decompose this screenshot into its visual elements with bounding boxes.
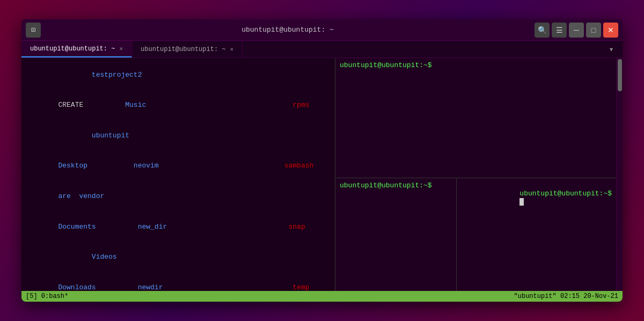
terminal-line-4: Desktop neovim sambash — [25, 151, 332, 182]
term-text: snap — [289, 223, 305, 231]
term-text: temp — [292, 283, 309, 291]
term-text — [167, 223, 288, 231]
right-pane-wrapper: ubuntupit@ubuntupit:~$ ubuntupit@ubuntup… — [335, 58, 623, 291]
tab-1[interactable]: ubuntupit@ubuntupit: ~ ✕ — [21, 41, 132, 57]
tab-1-label: ubuntupit@ubuntupit: ~ — [30, 45, 115, 53]
terminal-app-icon: ⊡ — [26, 23, 41, 38]
terminal-line-1: testproject2 — [25, 60, 332, 91]
term-text: Videos — [58, 253, 116, 261]
terminal-line-5: are vendor — [25, 181, 332, 212]
right-mid-prompt: ubuntupit@ubuntupit:~$ — [340, 181, 452, 189]
term-text — [146, 101, 292, 109]
term-text: are vendor — [58, 192, 104, 200]
term-text: Music — [125, 101, 146, 109]
close-button[interactable]: ✕ — [603, 23, 618, 38]
term-text: sambash — [284, 162, 314, 170]
term-text: testproject2 — [58, 71, 142, 79]
terminal-line-6: Documents new_dir snap — [25, 212, 332, 243]
right-panes: ubuntupit@ubuntupit:~$ ubuntupit@ubuntup… — [335, 58, 616, 291]
tab-2[interactable]: ubuntupit@ubuntupit: ~ ✕ — [132, 41, 243, 57]
right-bottom-prompt: ubuntupit@ubuntupit:~$ — [461, 181, 612, 214]
term-text: new_dir — [138, 223, 167, 231]
term-text: CREATE — [58, 101, 125, 109]
left-terminal-pane[interactable]: testproject2 CREATE Music rpms ubuntupit… — [21, 58, 335, 291]
status-left: [5] 0:bash* — [26, 293, 68, 300]
term-text — [159, 162, 284, 170]
main-content: testproject2 CREATE Music rpms ubuntupit… — [21, 58, 623, 291]
term-text — [96, 283, 138, 291]
right-bottom-left-pane[interactable]: ubuntupit@ubuntupit:~$ — [335, 178, 457, 291]
scrollbar-thumb[interactable] — [618, 59, 622, 91]
terminal-line-2: CREATE Music rpms — [25, 91, 332, 121]
search-button[interactable]: 🔍 — [535, 23, 550, 38]
term-text — [87, 162, 134, 170]
terminal-cursor — [519, 198, 524, 206]
right-bottom-area: ubuntupit@ubuntupit:~$ ubuntupit@ubuntup… — [335, 178, 616, 291]
tab-dropdown-button[interactable]: ▾ — [604, 44, 618, 55]
term-text — [96, 223, 138, 231]
menu-button[interactable]: ☰ — [552, 23, 567, 38]
right-bottom-right-pane[interactable]: ubuntupit@ubuntupit:~$ — [457, 178, 616, 291]
scrollbar[interactable] — [616, 58, 623, 291]
tab-2-label: ubuntupit@ubuntupit: ~ — [141, 46, 225, 53]
title-bar-controls: 🔍 ☰ ─ □ ✕ — [535, 23, 618, 38]
term-text: Documents — [58, 223, 96, 231]
term-text — [163, 283, 292, 291]
tab-2-close[interactable]: ✕ — [230, 46, 234, 53]
terminal-line-8: Downloads newdir temp — [25, 273, 332, 291]
tab-bar: ubuntupit@ubuntupit: ~ ✕ ubuntupit@ubunt… — [21, 41, 623, 58]
status-bar: [5] 0:bash* "ubuntupit" 02:15 20-Nov-21 — [21, 291, 623, 302]
window-title: ubuntupit@ubuntupit: ~ — [41, 26, 535, 34]
tab-bar-right: ▾ — [604, 41, 623, 57]
term-text: rpms — [292, 101, 309, 109]
right-top-pane[interactable]: ubuntupit@ubuntupit:~$ — [335, 58, 616, 178]
term-text: ubuntupit — [58, 132, 129, 140]
maximize-button[interactable]: □ — [586, 23, 601, 38]
terminal-window: ⊡ ubuntupit@ubuntupit: ~ 🔍 ☰ ─ □ ✕ ubunt… — [21, 19, 623, 302]
right-top-prompt: ubuntupit@ubuntupit:~$ — [340, 61, 612, 69]
terminal-line-7: Videos — [25, 242, 332, 273]
status-right: "ubuntupit" 02:15 20-Nov-21 — [514, 293, 618, 300]
term-text: Desktop — [58, 162, 87, 170]
terminal-line-3: ubuntupit — [25, 121, 332, 151]
term-text: Downloads — [58, 283, 96, 291]
minimize-button[interactable]: ─ — [569, 23, 584, 38]
tab-1-close[interactable]: ✕ — [119, 45, 123, 52]
term-text: newdir — [138, 283, 163, 291]
title-bar-left: ⊡ — [26, 23, 41, 38]
title-bar: ⊡ ubuntupit@ubuntupit: ~ 🔍 ☰ ─ □ ✕ — [21, 19, 623, 41]
term-text: neovim — [134, 162, 159, 170]
